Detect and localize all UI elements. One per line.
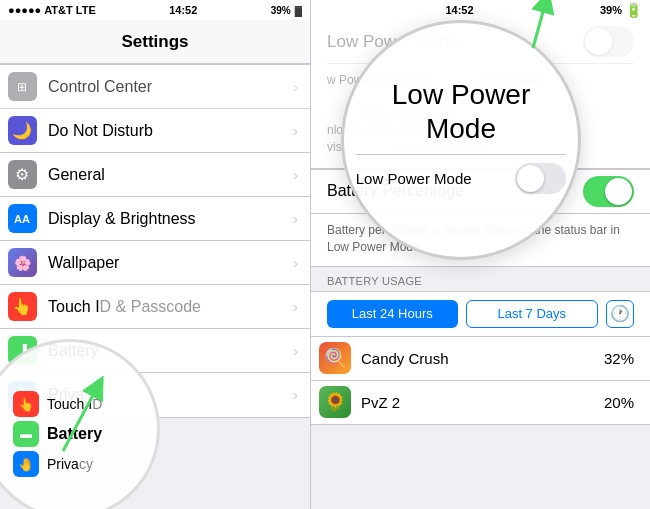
svg-line-3 [533, 1, 546, 48]
app-row-candy-crush[interactable]: 🍭 Candy Crush 32% [311, 337, 650, 381]
circle-lpm-title: Low Power Mode [360, 78, 562, 145]
item-label-dnd: Do Not Disturb [44, 122, 289, 140]
circle-arrow-up [508, 0, 558, 53]
settings-item-control-center[interactable]: ⊞ Control Center › [0, 65, 310, 109]
chevron-icon-dnd: › [293, 123, 298, 139]
chevron-icon-battery: › [293, 343, 298, 359]
item-label-wallpaper: Wallpaper [44, 254, 289, 272]
chevron-icon: › [293, 79, 298, 95]
right-status-bar: 14:52 39% 🔋 [311, 0, 650, 20]
circle-lpm-toggle-label: Low Power Mode [356, 170, 516, 187]
left-panel: ●●●●● AT&T LTE 14:52 39% ▓ Settings ⊞ Co… [0, 0, 310, 509]
chevron-icon-privacy: › [293, 387, 298, 403]
tab-clock-icon[interactable]: 🕐 [606, 300, 634, 328]
battery-usage-header: BATTERY USAGE [311, 267, 650, 291]
status-carrier: ●●●●● AT&T LTE [8, 4, 96, 16]
item-label-touchid: Touch ID & Passcode [44, 298, 289, 316]
bp-toggle-thumb [605, 178, 632, 205]
app-icon-candy-crush: 🍭 [319, 342, 351, 374]
settings-item-do-not-disturb[interactable]: 🌙 Do Not Disturb › [0, 109, 310, 153]
arrow-battery [53, 376, 113, 456]
item-icon-wallpaper: 🌸 [0, 241, 44, 285]
circle-bottom-left: 👆 Touch ID ▬ Battery 🤚 Privacy [0, 339, 160, 509]
settings-item-general[interactable]: ⚙ General › [0, 153, 310, 197]
settings-item-display[interactable]: AA Display & Brightness › [0, 197, 310, 241]
settings-item-touchid[interactable]: 👆 Touch ID & Passcode › [0, 285, 310, 329]
item-icon-general: ⚙ [0, 153, 44, 197]
app-percent-candy-crush: 32% [604, 350, 634, 367]
item-icon-display: AA [0, 197, 44, 241]
app-row-pvz2[interactable]: 🌻 PvZ 2 20% [311, 381, 650, 425]
circle-lpm-toggle-row: Low Power Mode [356, 154, 567, 202]
right-panel: 14:52 39% 🔋 Low Power Mode w Power Mode … [310, 0, 650, 509]
lpm-toggle-thumb [585, 28, 612, 55]
right-status-time: 14:52 [445, 4, 473, 16]
circle-top-right: Low Power Mode Low Power Mode [341, 20, 581, 260]
app-percent-pvz2: 20% [604, 394, 634, 411]
bp-toggle[interactable] [583, 176, 634, 207]
item-label-general: General [44, 166, 289, 184]
lpm-toggle[interactable] [583, 26, 634, 57]
circle-lpm-toggle[interactable] [515, 163, 566, 194]
app-name-pvz2: PvZ 2 [361, 394, 604, 411]
item-icon-touchid: 👆 [0, 285, 44, 329]
chevron-icon-touchid: › [293, 299, 298, 315]
chevron-icon-general: › [293, 167, 298, 183]
item-label-control-center: Control Center [44, 78, 289, 96]
item-label-display: Display & Brightness [44, 210, 289, 228]
chevron-icon-wallpaper: › [293, 255, 298, 271]
usage-tabs-row: Last 24 Hours Last 7 Days 🕐 [311, 291, 650, 337]
status-battery-left: 39% ▓ [271, 5, 302, 16]
tab-24hours[interactable]: Last 24 Hours [327, 300, 458, 328]
circle-privacy-label: Privacy [47, 456, 93, 472]
item-icon-control-center: ⊞ [0, 65, 44, 109]
signal-dots: ●●●●● [8, 4, 41, 16]
nav-bar: Settings [0, 20, 310, 64]
nav-title: Settings [121, 32, 188, 52]
tab-7days[interactable]: Last 7 Days [466, 300, 599, 328]
circle-lpm-toggle-thumb [517, 165, 544, 192]
settings-item-wallpaper[interactable]: 🌸 Wallpaper › [0, 241, 310, 285]
status-time-left: 14:52 [169, 4, 197, 16]
left-status-bar: ●●●●● AT&T LTE 14:52 39% ▓ [0, 0, 310, 20]
app-name-candy-crush: Candy Crush [361, 350, 604, 367]
item-icon-dnd: 🌙 [0, 109, 44, 153]
app-icon-pvz2: 🌻 [319, 386, 351, 418]
svg-line-1 [63, 386, 98, 451]
chevron-icon-display: › [293, 211, 298, 227]
